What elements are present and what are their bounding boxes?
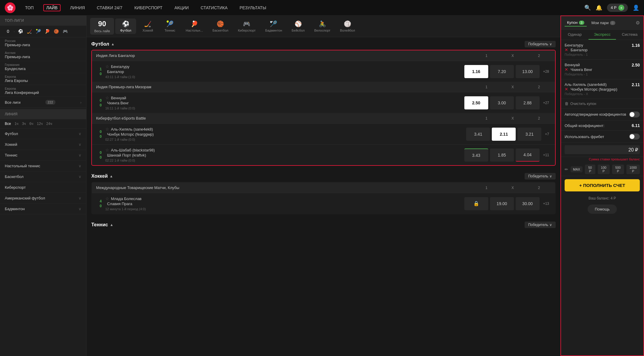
sport-icon-table-tennis[interactable]: 🏓 (44, 28, 50, 35)
nav-esports[interactable]: КИБЕРСПОРТ (132, 4, 165, 11)
odd-btn-1[interactable]: 3.43 (464, 148, 488, 162)
quick-stake-500[interactable]: 500 Р (612, 165, 624, 174)
quick-stake-1000[interactable]: 1000 Р (626, 165, 640, 174)
bet-type-sistema[interactable]: Система (616, 30, 643, 40)
odd-btn-1[interactable]: 🔒 (464, 197, 488, 210)
sidebar-sport-table-tennis[interactable]: Настольный теннис ∨ (0, 161, 86, 171)
tab-cycling[interactable]: 🚴 Велоспорт (310, 18, 335, 34)
league-england-premier[interactable]: Англия Премьер-лига (0, 49, 86, 61)
coupon-tab[interactable]: Купон 3 (565, 19, 587, 27)
sidebar-sport-football[interactable]: Футбол ∨ (0, 129, 86, 139)
star-icon[interactable]: ☆ (105, 127, 109, 131)
deposit-button[interactable]: + ПОПОЛНИТЬ СЧЕТ (565, 179, 640, 191)
tennis-sort-button[interactable]: Победитель ∨ (525, 222, 556, 228)
odd-btn-2[interactable]: 13.00 (516, 65, 540, 78)
nav-statistics[interactable]: СТАТИСТИКА (198, 4, 230, 11)
search-icon[interactable]: 🔍 (584, 4, 591, 11)
tab-esports[interactable]: 🎮 Киберспорт (234, 18, 260, 34)
odd-btn-2[interactable]: 4.04 (516, 148, 540, 162)
star-icon[interactable]: ☆ (105, 196, 109, 201)
tab-volleyball[interactable]: 🏐 Волейбол (336, 18, 359, 34)
sport-icon-esports[interactable]: 🎮 (62, 28, 68, 35)
sidebar-sport-basketball[interactable]: Баскетбол ∨ (0, 171, 86, 182)
odd-btn-2[interactable]: 30.00 (516, 197, 540, 210)
remove-bet-1[interactable]: ✕ (565, 47, 568, 52)
sport-icon-all[interactable]: 0 (5, 28, 11, 35)
hockey-sort-button[interactable]: Победитель ∨ (525, 173, 556, 179)
sidebar-sport-badminton[interactable]: Бадминтон ∨ (0, 204, 86, 214)
sport-icon-basketball[interactable]: 🏀 (53, 28, 59, 35)
tab-badminton[interactable]: 🏸 Бадминтон (261, 18, 286, 34)
nav-top[interactable]: ТОП (23, 4, 36, 11)
time-filter-12h[interactable]: 12ч (37, 122, 43, 126)
tab-all-live[interactable]: 90 Весь лайв (90, 18, 114, 35)
my-bets-tab[interactable]: Мои пари 0 (589, 19, 618, 26)
more-odds-btn[interactable]: +7 (543, 132, 551, 136)
remove-bet-3[interactable]: ✕ (565, 87, 568, 92)
football-sort-button[interactable]: Победитель ∨ (525, 41, 556, 47)
tab-table-tennis[interactable]: 🏓 Настольн... (181, 18, 207, 34)
sidebar-sport-american-football[interactable]: Американский футбол ∨ (0, 193, 86, 204)
time-filter-6h[interactable]: 6ч (30, 122, 33, 126)
tab-tennis[interactable]: 🎾 Теннис (159, 18, 180, 34)
time-filter-3h[interactable]: 3ч (22, 122, 26, 126)
league-europa[interactable]: Европа Лига Европы (0, 73, 86, 85)
quick-stake-50[interactable]: 50 Р (585, 165, 595, 174)
odd-btn-x[interactable]: 7.20 (490, 65, 514, 78)
clear-coupon-button[interactable]: 🗑 Очистить купон (561, 99, 643, 109)
bell-icon[interactable]: 🔔 (596, 4, 602, 11)
sidebar-sport-tennis[interactable]: Теннис ∨ (0, 150, 86, 161)
league-russia-premier[interactable]: Россия Премьер-лига (0, 37, 86, 49)
edit-stake-icon[interactable]: ✏ (565, 167, 568, 172)
league-germany-bundesliga[interactable]: Германия Бундеслига (0, 61, 86, 73)
odd-btn-x[interactable]: 1.85 (490, 148, 514, 162)
sidebar-sport-esports[interactable]: Киберспорт (0, 182, 86, 193)
star-icon[interactable]: ☆ (105, 95, 109, 100)
odd-btn-1[interactable]: 2.50 (464, 96, 488, 109)
time-filter-24h[interactable]: 24ч (46, 122, 52, 126)
freebet-toggle[interactable] (629, 134, 640, 140)
more-odds-btn[interactable]: +11 (541, 153, 551, 157)
odd-btn-2[interactable]: 2.88 (516, 96, 540, 109)
settings-gear-icon[interactable]: ⚙ (636, 20, 640, 26)
all-leagues-link[interactable]: Все лиги 222 › (0, 97, 86, 108)
help-button[interactable]: Помощь (588, 205, 617, 214)
tab-baseball[interactable]: ⚾ Бейсбол (287, 18, 309, 34)
star-icon[interactable]: ☆ (105, 64, 109, 69)
sport-icon-hockey[interactable]: 🏒 (26, 28, 33, 35)
odd-btn-x[interactable]: 19.00 (490, 197, 514, 210)
add-funds-button[interactable]: + (618, 5, 624, 11)
odd-btn-1[interactable]: 1.16 (464, 65, 488, 78)
league-conference[interactable]: Европа Лига Конференций (0, 85, 86, 97)
remove-bet-2[interactable]: ✕ (565, 67, 568, 72)
auto-confirm-toggle[interactable] (629, 112, 640, 117)
sport-icon-tennis[interactable]: 🎾 (35, 28, 41, 35)
more-odds-btn[interactable]: +28 (541, 69, 551, 74)
nav-live[interactable]: ЛАЙВ (43, 4, 61, 11)
sidebar-sport-hockey[interactable]: Хоккей ∨ (0, 139, 86, 150)
bet-type-express[interactable]: Экспресс (588, 30, 616, 40)
odd-btn-x[interactable]: 3.00 (490, 96, 514, 109)
more-odds-btn[interactable]: +27 (541, 101, 551, 105)
bet-type-odinar[interactable]: Одинар (561, 30, 588, 40)
tab-hockey[interactable]: 🏒 Хоккей (137, 18, 158, 34)
nav-results[interactable]: РЕЗУЛЬТАТЫ (237, 4, 269, 11)
time-filter-all[interactable]: Все (5, 122, 11, 126)
time-filter-1h[interactable]: 1ч (15, 122, 19, 126)
stake-input[interactable] (565, 145, 640, 154)
logo[interactable]: 🌸 (5, 2, 16, 13)
odd-btn-2[interactable]: 3.21 (517, 128, 541, 141)
quick-stake-max[interactable]: MAX (571, 166, 583, 172)
quick-stake-100[interactable]: 100 Р (598, 165, 610, 174)
nav-liniya[interactable]: ЛИНИЯ (68, 4, 87, 11)
nav-bets247[interactable]: СТАВКИ 24/7 (94, 4, 125, 11)
star-icon[interactable]: ☆ (105, 148, 109, 152)
odd-btn-x[interactable]: 2.11 (492, 128, 516, 141)
tab-basketball[interactable]: 🏀 Баскетбол (208, 18, 232, 34)
nav-aktsii[interactable]: АКЦИИ (172, 4, 191, 11)
user-icon[interactable]: 👤 (633, 4, 639, 11)
sport-icon-soccer[interactable]: ⚽ (17, 28, 24, 35)
odd-btn-1[interactable]: 3.41 (466, 128, 490, 141)
tab-football[interactable]: ⚽ Футбол (115, 18, 136, 34)
more-odds-btn[interactable]: +13 (541, 202, 551, 206)
